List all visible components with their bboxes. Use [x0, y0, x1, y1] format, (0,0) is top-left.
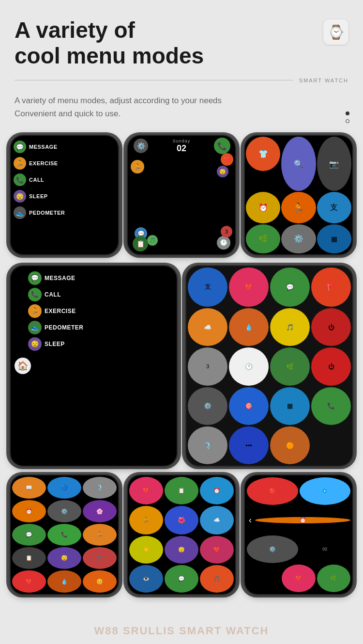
w7-heart: ❤️ — [129, 477, 163, 504]
app-power: ⏻ — [311, 308, 351, 346]
bubble-music: 🎵 — [147, 235, 158, 246]
bubble-run: 🏃 — [131, 160, 144, 173]
curved-message: 💬 MESSAGE — [27, 270, 175, 286]
sleep-icon: 😴 — [14, 190, 26, 203]
curved-ex-label: EXERCISE — [45, 308, 76, 314]
app-call2: 📞 — [311, 387, 351, 425]
app-mic: 🎙️ — [188, 426, 227, 464]
w8-heart4: ❤️ — [282, 565, 315, 592]
cell-shirt: 👕 — [246, 137, 280, 171]
curved-exercise: 🏃 EXERCISE — [27, 303, 175, 319]
pedometer-icon: 👟 — [14, 206, 26, 219]
app-num3: 3 — [188, 347, 227, 385]
cell-alipay: 支 — [317, 192, 351, 223]
w6-dots2: 🔵 — [47, 477, 81, 499]
page-title: A variety of cool menu modes — [15, 17, 204, 69]
w6-drop2: 💧 — [47, 570, 81, 592]
watch-row-2: 🏠 💬 MESSAGE 📞 CALL 🏃 EXERCISE 👟 PEDOME — [0, 265, 363, 467]
w8-chevron: ‹ — [247, 515, 254, 525]
watch-1: 💬 MESSAGE 🏃 EXERCISE 📞 CALL 😴 SLEEP 👟 PE… — [10, 135, 119, 255]
call-icon: 📞 — [14, 173, 26, 186]
app-power2: ⏻ — [311, 347, 351, 385]
w6-music2: 🎵 — [83, 547, 117, 569]
w6-mic2: 🎙️ — [83, 477, 117, 499]
watch-3: 👕 🔍 📷 ⏰ 🏃 支 🌿 ⚙️ ▦ — [244, 135, 353, 255]
w8-settings4: ⚙️ — [247, 535, 298, 563]
w8-row3: ⚙️ 02 — [247, 535, 350, 563]
menu-item-message: 💬 MESSAGE — [13, 139, 116, 155]
curved-sleep-label: SLEEP — [45, 341, 65, 347]
w8-dot1: 🔴 — [247, 477, 298, 505]
watch-2-screen: Sunday 02 ⚙️ 📞 ❤️ 🏃 😴 💬 🎵 🕐 3 📋 — [128, 136, 235, 254]
w7-eye: 👁️ — [129, 565, 163, 593]
menu-label-message: MESSAGE — [29, 144, 58, 150]
app-orange: 🟠 — [270, 426, 310, 464]
w6-flower: 🌸 — [83, 500, 117, 522]
w8-leaf3: 🌿 — [317, 565, 350, 592]
bubble-clock: 🕐 — [217, 236, 230, 250]
curved-ex-icon: 🏃 — [28, 304, 42, 318]
w6-gear: ⚙️ — [47, 500, 81, 522]
color-grid: 👕 🔍 📷 ⏰ 🏃 支 🌿 ⚙️ ▦ — [246, 137, 351, 253]
watch-8-screen: 🔴 💠 ‹ ⏰ ⚙️ 02 ❤️ 🌿 — [245, 475, 352, 594]
app-msg2: 💬 — [270, 267, 310, 307]
watch-row-3: 📖 🔵 🎙️ ⏰ ⚙️ 🌸 💬 📞 🏃 📋 😴 🎵 ❤️ 💧 😊 ❤ — [0, 474, 363, 610]
dot-inactive — [346, 119, 349, 123]
watch-5-screen: 支 ❤️ 💬 🚩 ☁️ 💧 🎵 ⏻ 3 🕐 🌿 ⏻ ⚙️ 🎯 ▦ 📞 🎙️ ••… — [186, 266, 352, 466]
menu-label-call: CALL — [29, 177, 44, 183]
bubble-settings: ⚙️ — [134, 139, 148, 153]
w8-empty — [247, 565, 280, 592]
menu-item-sleep: 😴 SLEEP — [13, 188, 116, 204]
w7-heart3: ❤️ — [200, 536, 234, 564]
w8-row1: 🔴 💠 — [247, 477, 350, 505]
w8-row2: ‹ ⏰ — [247, 506, 350, 534]
divider-row: SMART WATCH — [0, 69, 363, 83]
app-grid2: ▦ — [270, 387, 310, 425]
watermark: W88 SRULLIS SMART WATCH — [15, 625, 348, 637]
curved-msg-label: MESSAGE — [45, 275, 76, 282]
header: A variety of cool menu modes ⌚ — [0, 0, 363, 69]
w7-sleep3: 😴 — [165, 536, 198, 564]
watch-4-screen: 🏠 💬 MESSAGE 📞 CALL 🏃 EXERCISE 👟 PEDOME — [11, 266, 177, 466]
app-heart: ❤️ — [229, 267, 269, 307]
w7-clock3: ⏰ — [200, 477, 234, 504]
curved-call-label: CALL — [45, 291, 61, 298]
watch-3-screen: 👕 🔍 📷 ⏰ 🏃 支 🌿 ⚙️ ▦ — [245, 136, 352, 254]
menu-item-pedometer: 👟 PEDOMETER — [13, 204, 116, 221]
cell-settings2: ⚙️ — [281, 224, 316, 253]
exercise-icon: 🏃 — [14, 157, 26, 170]
w6-list2: 📋 — [12, 547, 46, 569]
w7-list: 📋 — [165, 477, 198, 504]
cell-leaf: 🌿 — [246, 224, 280, 253]
bubble-heart: ❤️ — [221, 153, 233, 166]
w6-sleep2: 😴 — [47, 547, 81, 569]
w6-clock2: ⏰ — [12, 500, 46, 522]
menu-item-exercise: 🏃 EXERCISE — [13, 155, 116, 172]
w6-smiley: 😊 — [83, 570, 117, 592]
w8-row4: ❤️ 🌿 — [247, 565, 350, 592]
menu-label-exercise: EXERCISE — [29, 160, 58, 166]
app-leaf2: 🌿 — [270, 347, 310, 385]
w6-heart2: ❤️ — [12, 570, 46, 592]
app-grid-5: 支 ❤️ 💬 🚩 ☁️ 💧 🎵 ⏻ 3 🕐 🌿 ⏻ ⚙️ 🎯 ▦ 📞 🎙️ ••… — [188, 267, 351, 464]
w7-weather2: ☁️ — [200, 506, 234, 534]
watch-6-screen: 📖 🔵 🎙️ ⏰ ⚙️ 🌸 💬 📞 🏃 📋 😴 🎵 ❤️ 💧 😊 — [11, 475, 118, 594]
date-label: 02 — [177, 143, 186, 154]
app-flag: 🚩 — [311, 267, 351, 307]
menu-label-pedometer: PEDOMETER — [29, 210, 65, 216]
app-clock: 🕐 — [229, 347, 269, 385]
w6-phone2: 📞 — [47, 524, 81, 546]
app-grid-6: 📖 🔵 🎙️ ⏰ ⚙️ 🌸 💬 📞 🏃 📋 😴 🎵 ❤️ 💧 😊 — [12, 477, 117, 593]
w8-clock4: ⏰ — [255, 517, 350, 523]
page-dots — [346, 111, 349, 123]
dot-active — [346, 111, 349, 115]
bubble-list: 📋 — [133, 236, 148, 251]
watch-icon: ⌚ — [323, 19, 348, 45]
watch-7: ❤️ 📋 ⏰ 🏃 🌺 ☁️ ☀️ 😴 ❤️ 👁️ 💬 🎵 — [127, 474, 236, 595]
bubble-steps: 3 — [221, 226, 232, 237]
watch-8-layout: 🔴 💠 ‹ ⏰ ⚙️ 02 ❤️ 🌿 — [247, 477, 350, 592]
subtitle-text: A variety of menu modes, adjust accordin… — [0, 83, 271, 120]
w7-msg3: 💬 — [165, 565, 198, 593]
message-icon: 💬 — [14, 141, 26, 153]
day-label: Sunday — [173, 139, 191, 143]
